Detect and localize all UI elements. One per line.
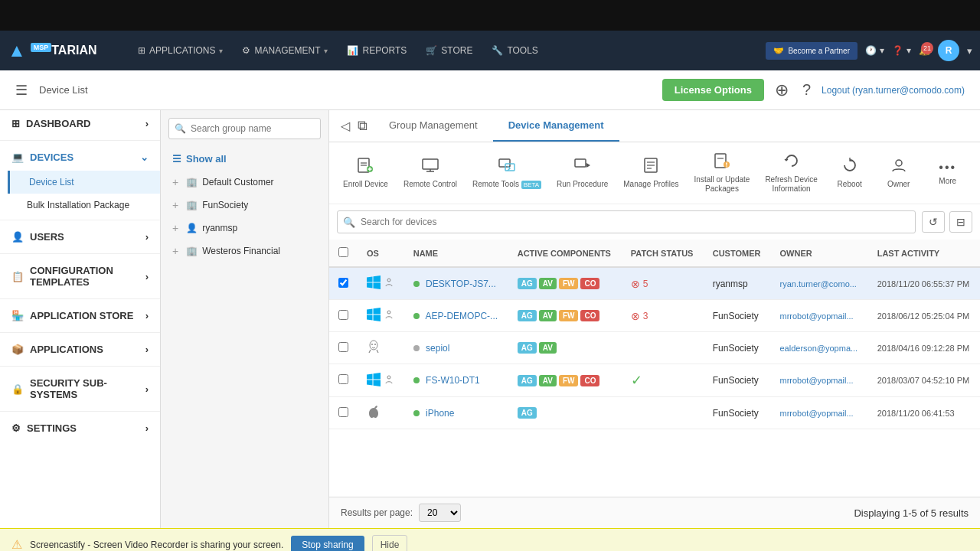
os-cell <box>358 397 404 429</box>
group-item-westeros[interactable]: + 🏢 Westeros Financial <box>161 240 328 262</box>
device-name-link[interactable]: DESKTOP-JS7... <box>426 279 496 289</box>
row-checkbox[interactable] <box>338 310 348 320</box>
manage-profiles-label: Manage Profiles <box>623 180 678 189</box>
row-checkbox-cell <box>329 332 358 364</box>
remote-control-icon <box>422 157 439 178</box>
tab-group-management[interactable]: Group Management <box>374 110 493 142</box>
remote-control-button[interactable]: Remote Control <box>397 153 463 193</box>
hide-button[interactable]: Hide <box>372 535 408 552</box>
help-button[interactable]: ? <box>799 78 814 102</box>
svg-point-23 <box>387 279 390 282</box>
group-search-input[interactable] <box>168 118 321 139</box>
building-icon: 🏢 <box>186 177 198 187</box>
menu-toggle[interactable]: ☰ <box>15 82 28 99</box>
nav-applications[interactable]: ⊞ APPLICATIONS ▾ <box>130 41 230 60</box>
applications-label: APPLICATIONS <box>30 344 103 355</box>
enroll-device-button[interactable]: Enroll Device <box>337 153 394 193</box>
nav-management[interactable]: ⚙ MANAGEMENT ▾ <box>234 41 335 60</box>
owner-link[interactable]: mrrobot@yopmail... <box>780 376 854 385</box>
run-procedure-button[interactable]: Run Procedure <box>550 153 614 193</box>
sidebar-item-devices[interactable]: 💻 DEVICES <box>0 144 160 171</box>
divider <box>0 253 160 254</box>
sidebar-item-config-templates[interactable]: 📋 CONFIGURATION TEMPLATES <box>0 257 160 295</box>
owner-link[interactable]: ealderson@yopma... <box>780 344 858 353</box>
select-all-checkbox[interactable] <box>338 247 348 257</box>
row-checkbox[interactable] <box>338 278 348 288</box>
owner-button[interactable]: Owner <box>876 153 922 193</box>
add-button[interactable]: ⊕ <box>772 77 792 103</box>
sidebar-item-security[interactable]: 🔒 SECURITY SUB-SYSTEMS <box>0 370 160 408</box>
table-row: FS-W10-DT1 AGAVFWCO ✓ FunSociety mrrobot… <box>329 364 980 397</box>
partner-label: Become a Partner <box>788 47 850 55</box>
sidebar-item-users[interactable]: 👤 USERS <box>0 223 160 250</box>
patch-ok-icon: ✓ <box>631 372 642 389</box>
expand-icon: + <box>172 222 178 234</box>
component-badge-co: CO <box>580 278 599 289</box>
sidebar-item-dashboard[interactable]: ⊞ DASHBOARD <box>0 110 160 137</box>
group-item-ryanmsp[interactable]: + 👤 ryanmsp <box>161 217 328 240</box>
dashboard-icon: ⊞ <box>11 118 20 129</box>
divider <box>0 220 160 220</box>
owner-cell: mrrobot@yopmail... <box>771 364 868 397</box>
enroll-icon <box>357 157 374 178</box>
patch-error-icon: ⊗ <box>631 310 640 322</box>
refresh-device-button[interactable]: Refresh DeviceInformation <box>759 148 823 197</box>
owner-link[interactable]: mrrobot@yopmail... <box>780 311 854 321</box>
filter-button[interactable]: ⊟ <box>949 211 972 233</box>
partner-button[interactable]: 🤝 Become a Partner <box>766 42 858 60</box>
os-icon <box>367 276 381 292</box>
sidebar-item-app-store[interactable]: 🏪 APPLICATION STORE <box>0 302 160 329</box>
sidebar-item-applications[interactable]: 📦 APPLICATIONS <box>0 336 160 363</box>
license-options-button[interactable]: License Options <box>662 79 764 101</box>
row-checkbox[interactable] <box>338 407 348 417</box>
show-all-button[interactable]: ☰ Show all <box>161 147 328 171</box>
device-name-link[interactable]: iPhone <box>426 408 454 419</box>
reboot-button[interactable]: Reboot <box>827 153 873 193</box>
remote-tools-button[interactable]: Remote Tools BETA <box>466 153 547 193</box>
device-type-icon <box>384 277 394 290</box>
refresh-search-button[interactable]: ↺ <box>922 211 945 233</box>
component-badge-av: AV <box>539 375 557 386</box>
component-badge-av: AV <box>539 310 557 321</box>
row-checkbox[interactable] <box>338 342 348 352</box>
tab-toggle-btn[interactable]: ◁ <box>337 115 354 137</box>
nav-tools[interactable]: 🔧 TOOLS <box>484 41 545 60</box>
group-item-funsociety[interactable]: + 🏢 FunSociety <box>161 194 328 217</box>
app-logo: ▲ MSPTARIAN <box>8 40 115 61</box>
stop-sharing-button[interactable]: Stop sharing <box>291 536 364 552</box>
owner-link[interactable]: ryan.turner@como... <box>780 279 857 289</box>
nav-store[interactable]: 🛒 STORE <box>418 41 480 60</box>
user-avatar[interactable]: R <box>938 40 959 61</box>
component-badge-ag: AG <box>518 407 537 419</box>
device-name-link[interactable]: sepiol <box>426 343 449 354</box>
help-btn[interactable]: ❓ ▾ <box>892 45 911 56</box>
owner-cell: mrrobot@yopmail... <box>771 397 868 429</box>
group-item-default-customer[interactable]: + 🏢 Default Customer <box>161 171 328 194</box>
run-procedure-label: Run Procedure <box>557 180 608 189</box>
tab-device-management[interactable]: Device Management <box>493 110 619 142</box>
patch-count: 3 <box>643 311 648 321</box>
clock-btn[interactable]: 🕐 ▾ <box>865 45 884 56</box>
manage-profiles-button[interactable]: Manage Profiles <box>617 153 684 193</box>
sidebar-item-device-list[interactable]: Device List <box>8 171 160 194</box>
logout-link[interactable]: Logout (ryan.turner@comodo.com) <box>822 85 965 96</box>
owner-header: OWNER <box>771 240 868 267</box>
install-update-button[interactable]: Install or UpdatePackages <box>688 148 756 197</box>
components-header: ACTIVE COMPONENTS <box>508 240 622 267</box>
notifications-btn[interactable]: 🔔 21 <box>919 45 930 56</box>
sidebar-item-bulk-install[interactable]: Bulk Installation Package <box>8 194 160 217</box>
more-label: More <box>939 177 956 186</box>
device-name-link[interactable]: AEP-DEMOPC-... <box>425 311 498 321</box>
row-checkbox[interactable] <box>338 374 348 384</box>
device-name-link[interactable]: FS-W10-DT1 <box>426 375 480 386</box>
management-icon: ⚙ <box>242 45 250 56</box>
owner-link[interactable]: mrrobot@yopmail... <box>780 409 854 418</box>
group-search-wrap: 🔍 <box>168 118 321 139</box>
sidebar-item-settings[interactable]: ⚙ SETTINGS <box>0 415 160 442</box>
clock-icon: 🕐 <box>865 45 877 56</box>
device-search-input[interactable] <box>337 210 916 233</box>
per-page-select[interactable]: 20 50 100 <box>419 504 461 522</box>
patch-status-cell <box>622 332 704 364</box>
nav-reports[interactable]: 📊 REPORTS <box>339 41 414 60</box>
more-button[interactable]: ••• More <box>925 157 971 190</box>
